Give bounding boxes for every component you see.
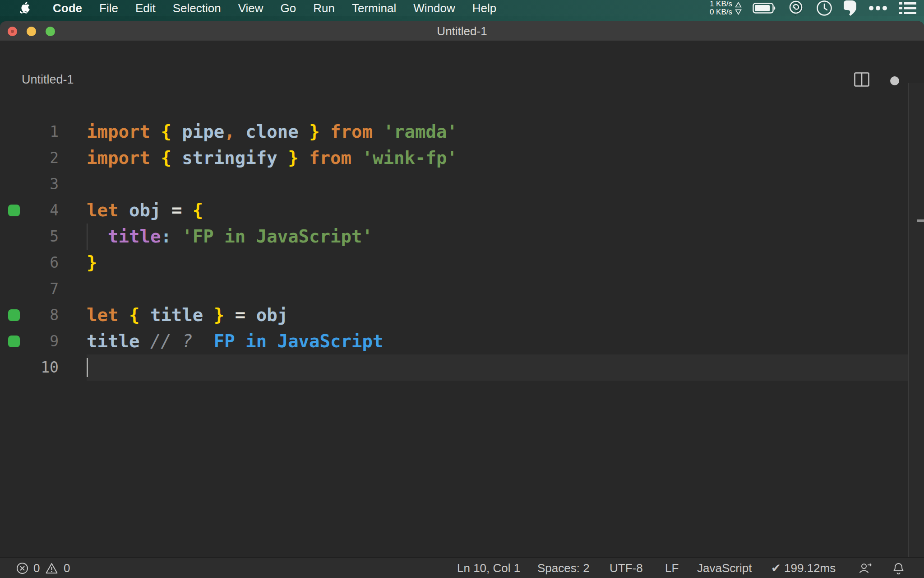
menu-item-view[interactable]: View xyxy=(230,1,272,15)
menu-item-window[interactable]: Window xyxy=(405,1,463,15)
menu-item-help[interactable]: Help xyxy=(464,1,505,15)
code-line-4[interactable]: let obj = { xyxy=(87,197,203,224)
line-number-8: 8 xyxy=(0,302,59,328)
menu-left: CodeFileEditSelectionViewGoRunTerminalWi… xyxy=(0,0,505,16)
line-number-10: 10 xyxy=(0,354,59,381)
clock-icon[interactable] xyxy=(816,0,833,17)
indentation-setting[interactable]: Spaces: 2 xyxy=(537,558,590,578)
menu-items: CodeFileEditSelectionViewGoRunTerminalWi… xyxy=(44,0,505,16)
text-cursor xyxy=(87,358,88,377)
download-arrow-icon xyxy=(735,9,742,15)
more-dots-icon[interactable] xyxy=(868,5,888,11)
network-up-rate: 1 KB/s xyxy=(710,0,732,8)
status-bar: 0 0 Ln 10, Col 1 Spaces: 2 UTF-8 LF Java… xyxy=(0,557,924,578)
code-line-5[interactable]: title: 'FP in JavaScript' xyxy=(87,224,373,250)
code-editor[interactable]: 1import { pipe, clone } from 'ramda'2imp… xyxy=(0,42,924,557)
upload-arrow-icon xyxy=(735,2,742,8)
overview-ruler-cursor-mark xyxy=(917,219,924,222)
line-number-6: 6 xyxy=(0,250,59,276)
code-line-1[interactable]: import { pipe, clone } from 'ramda' xyxy=(87,119,457,145)
network-speed-text: 1 KB/s 0 KB/s xyxy=(710,0,732,16)
eol-setting[interactable]: LF xyxy=(665,558,679,578)
code-line-8[interactable]: let { title } = obj xyxy=(87,302,288,328)
check-icon: ✔ xyxy=(771,561,781,575)
overview-ruler-border xyxy=(908,83,909,578)
task-list-icon[interactable] xyxy=(899,1,917,15)
menu-item-terminal[interactable]: Terminal xyxy=(343,1,405,15)
menu-item-run[interactable]: Run xyxy=(305,1,343,15)
code-line-2[interactable]: import { stringify } from 'wink-fp' xyxy=(87,145,457,171)
error-count[interactable]: 0 xyxy=(33,558,40,578)
network-arrows xyxy=(735,2,742,15)
cursor-position[interactable]: Ln 10, Col 1 xyxy=(457,558,520,578)
line-number-4: 4 xyxy=(0,197,59,224)
pen-nib-icon[interactable] xyxy=(844,0,857,16)
menu-status-area: 1 KB/s 0 KB/s xyxy=(710,0,917,16)
line-number-9: 9 xyxy=(0,328,59,354)
macos-menu-bar: CodeFileEditSelectionViewGoRunTerminalWi… xyxy=(0,0,924,16)
line-number-5: 5 xyxy=(0,224,59,250)
code-line-6[interactable]: } xyxy=(87,250,97,276)
language-mode[interactable]: JavaScript xyxy=(697,558,752,578)
feedback-icon[interactable] xyxy=(859,562,872,574)
warning-icon[interactable] xyxy=(45,562,58,574)
apple-menu-icon[interactable] xyxy=(20,1,32,15)
current-line-highlight xyxy=(87,354,908,381)
network-down-rate: 0 KB/s xyxy=(710,8,732,16)
quokka-status[interactable]: ✔ 199.12ms xyxy=(771,558,836,578)
screen: CodeFileEditSelectionViewGoRunTerminalWi… xyxy=(0,0,924,578)
line-number-7: 7 xyxy=(0,276,59,302)
code-line-9[interactable]: title // ? FP in JavaScript xyxy=(87,328,383,354)
network-speed-indicator[interactable]: 1 KB/s 0 KB/s xyxy=(710,0,742,16)
menu-item-selection[interactable]: Selection xyxy=(164,1,230,15)
swirl-icon[interactable] xyxy=(787,0,805,17)
overview-ruler[interactable] xyxy=(909,83,924,578)
battery-icon[interactable] xyxy=(753,2,776,14)
bell-icon[interactable] xyxy=(892,562,905,575)
menu-item-edit[interactable]: Edit xyxy=(127,1,164,15)
menu-item-go[interactable]: Go xyxy=(272,1,305,15)
line-number-1: 1 xyxy=(0,119,59,145)
quokka-time: 199.12ms xyxy=(784,561,836,575)
line-number-2: 2 xyxy=(0,145,59,171)
warning-count[interactable]: 0 xyxy=(64,558,70,578)
menu-item-code[interactable]: Code xyxy=(44,1,91,15)
error-icon[interactable] xyxy=(16,562,28,574)
window-title: Untitled-1 xyxy=(0,21,924,41)
menu-item-file[interactable]: File xyxy=(91,1,127,15)
encoding[interactable]: UTF-8 xyxy=(610,558,643,578)
window-title-bar[interactable]: Untitled-1 xyxy=(0,21,924,41)
line-number-3: 3 xyxy=(0,171,59,197)
